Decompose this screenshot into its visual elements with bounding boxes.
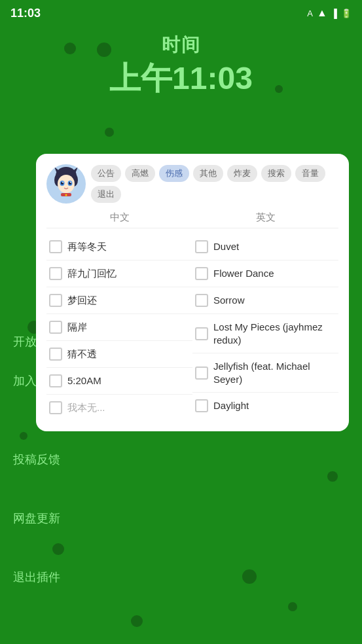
status-time: 11:03 [10, 7, 41, 20]
svg-point-10 [70, 182, 71, 183]
song-list: 再等冬天 辞九门回忆 梦回还 隔岸 猜不透 5:20AM [46, 234, 338, 421]
checkbox-e1[interactable] [195, 240, 208, 253]
english-songs-col: Duvet Flower Dance Sorrow Lost My Pieces… [192, 234, 338, 421]
wifi-icon: ▲ [317, 7, 327, 19]
english-song-item[interactable]: Sorrow [192, 287, 338, 314]
song-name-e2: Flower Dance [213, 267, 274, 280]
song-name-e6: Daylight [213, 399, 249, 412]
clock-time: 上午11:03 [0, 58, 362, 99]
side-item-open[interactable]: 开放 [13, 334, 37, 349]
tab-announcement[interactable]: 公告 [91, 165, 121, 182]
tab-other[interactable]: 其他 [193, 165, 223, 182]
chinese-song-item[interactable]: 我本无... [46, 395, 192, 421]
side-item-netdisk[interactable]: 网盘更新 [13, 510, 60, 526]
clock-label: 时间 [0, 33, 362, 58]
side-item-add[interactable]: 加入 [13, 373, 37, 389]
song-name-c4: 隔岸 [67, 321, 87, 334]
checkbox-e2[interactable] [195, 267, 208, 280]
song-name-c1: 再等冬天 [67, 240, 107, 253]
song-name-e1: Duvet [213, 240, 239, 253]
song-name-e5: Jellyfish (feat. Michael Seyer) [213, 360, 336, 385]
checkbox-c3[interactable] [49, 294, 62, 307]
sim-icon: A [307, 9, 313, 18]
song-name-c6: 5:20AM [67, 374, 101, 387]
checkbox-e5[interactable] [195, 367, 208, 380]
chinese-song-item[interactable]: 猜不透 [46, 341, 192, 368]
svg-point-14 [65, 194, 67, 196]
tab-search[interactable]: 搜索 [261, 165, 291, 182]
tab-quit[interactable]: 退出 [91, 186, 121, 203]
song-name-e3: Sorrow [213, 294, 245, 307]
checkbox-c5[interactable] [49, 348, 62, 361]
english-song-item[interactable]: Jellyfish (feat. Michael Seyer) [192, 353, 338, 393]
side-item-feedback[interactable]: 投稿反馈 [13, 452, 60, 467]
col-header-chinese: 中文 [46, 211, 192, 224]
status-icons: A ▲ ▐ 🔋 [307, 7, 352, 19]
checkbox-c1[interactable] [49, 240, 62, 253]
tab-rapper[interactable]: 炸麦 [227, 165, 257, 182]
signal-icon: ▐ [331, 9, 337, 18]
tab-highburn[interactable]: 高燃 [125, 165, 155, 182]
checkbox-e4[interactable] [195, 327, 208, 340]
english-song-item[interactable]: Flower Dance [192, 260, 338, 287]
battery-icon: 🔋 [341, 9, 352, 18]
col-header-english: 英文 [192, 211, 338, 224]
checkbox-c4[interactable] [49, 321, 62, 334]
song-name-c7: 我本无... [67, 401, 105, 414]
english-song-item[interactable]: Duvet [192, 234, 338, 260]
checkbox-c6[interactable] [49, 374, 62, 387]
checkbox-e3[interactable] [195, 294, 208, 307]
side-item-exit[interactable]: 退出插件 [13, 569, 60, 585]
svg-point-9 [62, 182, 63, 183]
tab-volume[interactable]: 音量 [295, 165, 325, 182]
song-name-c2: 辞九门回忆 [67, 267, 117, 280]
clock-area: 时间 上午11:03 [0, 33, 362, 99]
tabs-row: 公告 高燃 伤感 其他 炸麦 搜索 音量 退出 [91, 165, 338, 203]
checkbox-c7[interactable] [49, 401, 62, 414]
checkbox-c2[interactable] [49, 267, 62, 280]
card-header: 公告 高燃 伤感 其他 炸麦 搜索 音量 退出 [46, 164, 338, 204]
chinese-song-item[interactable]: 5:20AM [46, 368, 192, 395]
chinese-song-item[interactable]: 梦回还 [46, 287, 192, 314]
song-name-c5: 猜不透 [67, 348, 97, 361]
english-song-item[interactable]: Lost My Pieces (jayhmez redux) [192, 314, 338, 353]
col-headers: 中文 英文 [46, 211, 338, 228]
song-name-e4: Lost My Pieces (jayhmez redux) [213, 321, 336, 346]
avatar [46, 164, 86, 204]
chinese-song-item[interactable]: 隔岸 [46, 314, 192, 341]
song-name-c3: 梦回还 [67, 294, 97, 307]
tab-sad[interactable]: 伤感 [159, 165, 189, 182]
status-bar: 11:03 A ▲ ▐ 🔋 [0, 0, 362, 26]
english-song-item[interactable]: Daylight [192, 393, 338, 419]
checkbox-e6[interactable] [195, 399, 208, 412]
chinese-songs-col: 再等冬天 辞九门回忆 梦回还 隔岸 猜不透 5:20AM [46, 234, 192, 421]
chinese-song-item[interactable]: 辞九门回忆 [46, 260, 192, 287]
main-card: 公告 高燃 伤感 其他 炸麦 搜索 音量 退出 中文 英文 再等冬天 辞九门回忆 [36, 154, 349, 431]
chinese-song-item[interactable]: 再等冬天 [46, 234, 192, 260]
